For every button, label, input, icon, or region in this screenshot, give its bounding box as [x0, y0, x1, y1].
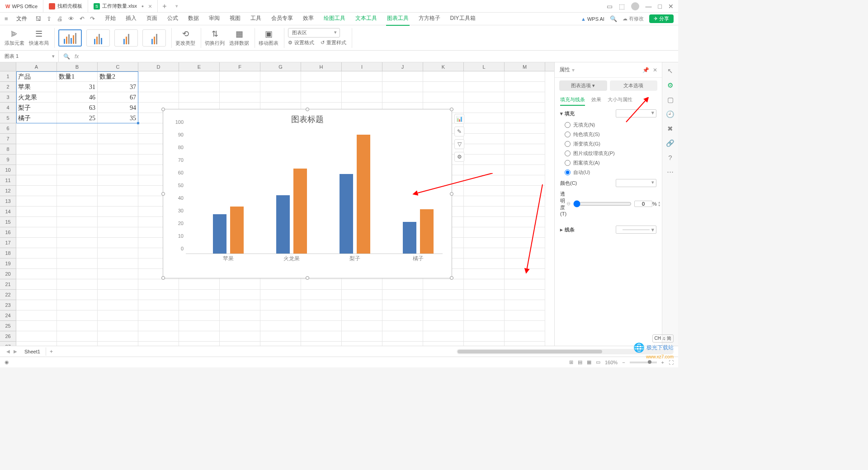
cell[interactable]: 数量1 — [57, 71, 98, 82]
cell[interactable] — [464, 207, 505, 217]
cell[interactable] — [16, 186, 57, 196]
bar-series2[interactable] — [357, 135, 370, 254]
cell[interactable] — [57, 321, 98, 331]
tab-close-icon[interactable]: × — [148, 3, 152, 10]
cell[interactable] — [179, 321, 220, 331]
cell[interactable] — [57, 269, 98, 279]
row-header[interactable]: 7 — [0, 134, 16, 144]
cell[interactable] — [138, 300, 179, 310]
cell[interactable] — [464, 113, 505, 123]
fill-solid-option[interactable]: 纯色填充(S) — [560, 130, 656, 139]
chart-area-select[interactable]: 图表区 — [288, 28, 340, 38]
cell[interactable] — [179, 290, 220, 300]
fill-pattern-option[interactable]: 图案填充(A) — [560, 158, 656, 168]
cell[interactable] — [342, 71, 382, 82]
fill-preview-swatch[interactable] — [616, 109, 656, 118]
cell[interactable]: 火龙果 — [16, 92, 57, 103]
handle-nw[interactable] — [161, 108, 165, 111]
change-type-button[interactable]: ⟲更改类型 — [175, 29, 195, 47]
cell[interactable] — [220, 300, 260, 310]
cell[interactable] — [342, 290, 382, 300]
cell[interactable] — [382, 71, 423, 82]
export-icon[interactable]: ⇪ — [47, 15, 52, 22]
cell[interactable] — [220, 331, 260, 342]
redo-icon[interactable]: ↷ — [90, 15, 95, 22]
row-header[interactable]: 6 — [0, 123, 16, 134]
cell[interactable] — [57, 227, 98, 238]
row-header[interactable]: 15 — [0, 217, 16, 227]
row-header[interactable]: 23 — [0, 300, 16, 310]
cell[interactable] — [464, 175, 505, 186]
cell[interactable]: 67 — [98, 92, 138, 103]
cell[interactable] — [342, 310, 382, 321]
chart-style-2[interactable] — [86, 29, 110, 47]
help-icon[interactable]: ? — [668, 154, 672, 161]
cell[interactable] — [16, 217, 57, 227]
cell[interactable] — [179, 310, 220, 321]
cell[interactable] — [220, 290, 260, 300]
cell[interactable] — [98, 217, 138, 227]
cell[interactable] — [260, 290, 301, 300]
cell[interactable] — [138, 92, 179, 103]
print-icon[interactable]: 🖨 — [57, 15, 63, 22]
cell[interactable] — [505, 186, 545, 196]
tab-list-button[interactable]: ▾ — [171, 3, 183, 9]
cell[interactable] — [464, 290, 505, 300]
cell[interactable] — [505, 279, 545, 290]
cell[interactable] — [464, 123, 505, 134]
save-icon[interactable]: 🖫 — [35, 15, 41, 22]
cell[interactable] — [16, 269, 57, 279]
cell[interactable]: 橘子 — [16, 113, 57, 123]
cell[interactable] — [57, 258, 98, 269]
bar-series1[interactable] — [403, 222, 416, 254]
cell[interactable] — [464, 134, 505, 144]
pin-icon[interactable]: 📌 — [642, 67, 649, 73]
cell[interactable] — [382, 290, 423, 300]
cell[interactable] — [16, 279, 57, 290]
select-data-button[interactable]: ▦选择数据 — [229, 29, 249, 47]
row-header[interactable]: 4 — [0, 103, 16, 113]
cell[interactable] — [464, 155, 505, 165]
row-header[interactable]: 20 — [0, 269, 16, 279]
cell[interactable] — [382, 300, 423, 310]
cell[interactable] — [179, 92, 220, 103]
cell[interactable] — [505, 134, 545, 144]
cell[interactable] — [423, 71, 464, 82]
cell[interactable] — [98, 207, 138, 217]
chart-settings-icon[interactable]: ⚙ — [454, 152, 464, 162]
cell[interactable] — [464, 279, 505, 290]
cell[interactable] — [260, 321, 301, 331]
cell[interactable] — [16, 321, 57, 331]
tab-tools[interactable]: 工具 — [250, 12, 262, 26]
cell[interactable] — [505, 238, 545, 248]
cell[interactable] — [16, 123, 57, 134]
quick-layout-button[interactable]: ☰快速布局 — [29, 29, 49, 47]
zoom-slider[interactable] — [630, 362, 657, 363]
cell[interactable] — [138, 71, 179, 82]
add-element-button[interactable]: ⫸添加元素 — [5, 29, 24, 47]
view-layout-icon[interactable]: ▦ — [587, 359, 591, 365]
col-G[interactable]: G — [260, 62, 301, 71]
row-header[interactable]: 5 — [0, 113, 16, 123]
cell[interactable] — [260, 331, 301, 342]
row-header[interactable]: 19 — [0, 258, 16, 269]
cell[interactable] — [423, 290, 464, 300]
cell[interactable] — [464, 331, 505, 342]
close-panel-icon[interactable]: ✕ — [653, 67, 657, 73]
cell[interactable]: 31 — [57, 82, 98, 92]
opacity-stepper[interactable]: ▲▼ — [658, 201, 661, 207]
cell[interactable] — [464, 310, 505, 321]
cell[interactable] — [138, 82, 179, 92]
cell[interactable] — [505, 82, 545, 92]
cell[interactable] — [16, 300, 57, 310]
cell[interactable] — [98, 227, 138, 238]
tab-diy[interactable]: DIY工具箱 — [449, 12, 476, 26]
bar-series1[interactable] — [276, 195, 290, 254]
cell[interactable] — [464, 227, 505, 238]
cell[interactable] — [57, 196, 98, 207]
wps-ai-button[interactable]: ▲WPS AI — [581, 16, 604, 22]
cell[interactable] — [57, 331, 98, 342]
fill-gradient-option[interactable]: 渐变填充(G) — [560, 139, 656, 149]
fill-auto-option[interactable]: 自动(U) — [560, 168, 656, 177]
chart-styles-icon[interactable]: ✎ — [454, 127, 464, 136]
